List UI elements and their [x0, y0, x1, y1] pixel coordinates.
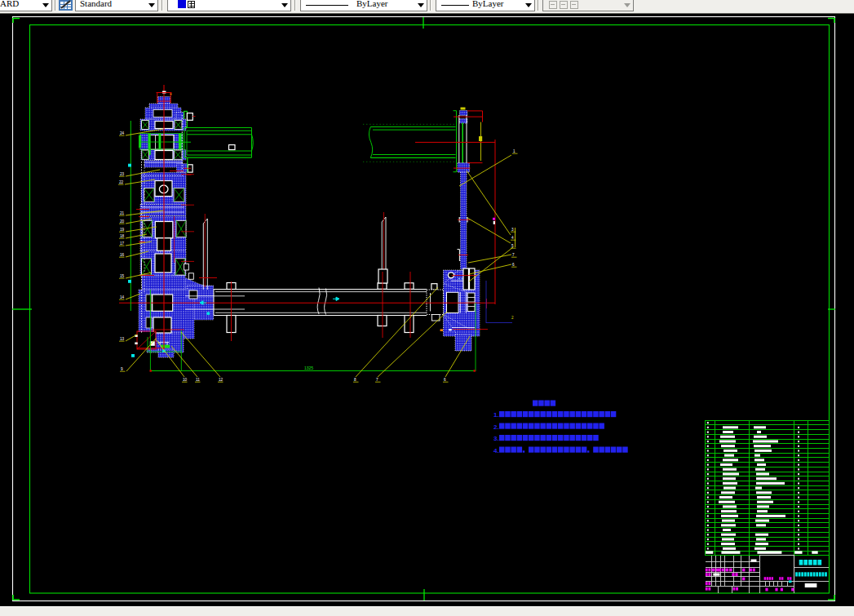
svg-text:2.: 2.	[493, 423, 499, 431]
svg-text:14: 14	[120, 295, 125, 299]
svg-text:20: 20	[120, 219, 125, 224]
svg-text:11: 11	[196, 378, 200, 382]
svg-text:4: 4	[511, 236, 514, 240]
svg-text:3.: 3.	[493, 435, 499, 442]
svg-text:1.: 1.	[493, 411, 499, 419]
svg-text:15: 15	[120, 274, 125, 278]
svg-text:4.: 4.	[493, 447, 499, 454]
svg-text:12: 12	[219, 378, 223, 382]
svg-text:1325: 1325	[304, 366, 313, 370]
svg-text:6: 6	[444, 378, 446, 382]
svg-text:13: 13	[120, 337, 125, 341]
svg-text:22: 22	[119, 180, 124, 184]
svg-text:7: 7	[512, 253, 515, 257]
svg-text:1: 1	[513, 149, 515, 153]
svg-text:24: 24	[120, 131, 125, 135]
svg-text:19: 19	[120, 228, 125, 232]
svg-text:17: 17	[120, 242, 125, 246]
svg-text:18: 18	[120, 234, 125, 238]
svg-text:21: 21	[120, 211, 125, 215]
svg-text:10: 10	[183, 378, 188, 382]
svg-text:2: 2	[511, 316, 514, 320]
svg-text:8: 8	[354, 378, 356, 382]
svg-text:3: 3	[511, 228, 514, 232]
svg-text:7: 7	[376, 378, 378, 382]
svg-text:16: 16	[120, 253, 125, 257]
svg-text:9: 9	[121, 367, 123, 371]
svg-text:6: 6	[512, 263, 515, 267]
svg-text:23: 23	[120, 172, 125, 176]
